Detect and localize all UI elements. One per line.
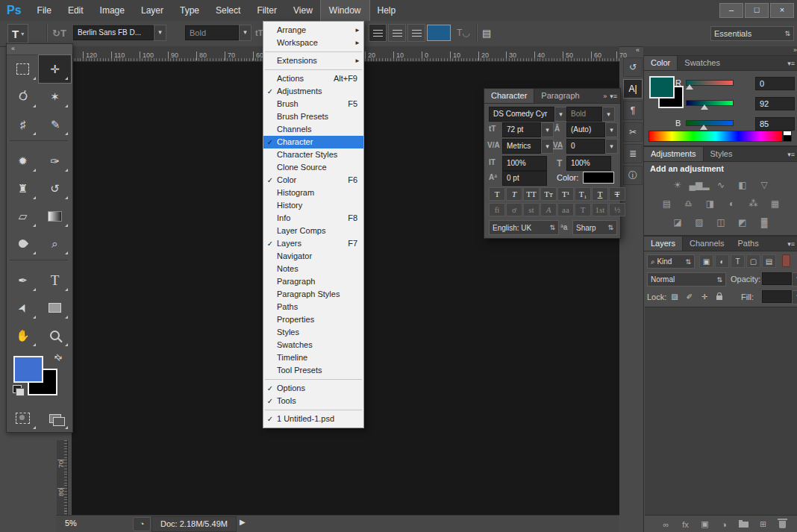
crop-tool[interactable]: ♯ (7, 110, 39, 138)
window-menu-item[interactable]: Channels (263, 123, 363, 136)
opacity-value[interactable] (762, 272, 792, 285)
maximize-button[interactable]: □ (745, 3, 769, 18)
cp-tracking-value[interactable]: 0 (566, 139, 605, 154)
menu-bar-item[interactable]: Layer (133, 0, 172, 21)
opacity-combo[interactable]: ▾ (762, 272, 797, 287)
hand-tool[interactable]: ✋ (7, 322, 39, 349)
tool-presets-panel-icon[interactable]: ✂ (623, 122, 643, 142)
move-tool[interactable]: ✛ (39, 55, 71, 83)
lock-image-pixels-icon[interactable]: ✐ (684, 290, 695, 302)
channel-value-field[interactable]: 92 (755, 97, 795, 110)
ordinals-button[interactable]: 1st (592, 203, 608, 216)
window-menu-item[interactable]: Brush Presets (263, 110, 363, 123)
window-menu-item[interactable]: Swatches (263, 339, 363, 351)
window-menu-item[interactable]: ✓ Character (263, 136, 363, 148)
exposure-icon[interactable]: ◧ (734, 178, 751, 191)
menu-bar-item[interactable]: Image (92, 0, 133, 21)
photo-filter-icon[interactable]: ◐ (724, 197, 740, 210)
close-button[interactable]: × (770, 3, 794, 18)
slider-thumb[interactable] (700, 125, 707, 130)
cp-size-combo[interactable]: 72 pt ▾ (502, 122, 554, 137)
color-spectrum-bar[interactable] (648, 131, 783, 142)
blend-mode-combo[interactable]: Normal ⇅ (647, 272, 726, 287)
cp-font-family-value[interactable]: DS Comedy Cyr (489, 107, 554, 122)
panel-menu-icon[interactable]: ▾≡ (787, 60, 795, 67)
cp-language-combo[interactable]: English: UK ⇅ (489, 220, 559, 235)
filter-smart-objects-icon[interactable]: ▤ (762, 254, 776, 268)
channel-value-field[interactable]: 85 (755, 117, 795, 131)
window-menu-item[interactable]: ✓ 1 Untitled-1.psd (263, 413, 363, 425)
magic-wand-tool[interactable]: ✶ (39, 83, 71, 110)
spot-healing-brush-tool[interactable]: ✹ (7, 147, 39, 175)
window-menu-item[interactable]: Paragraph Styles (263, 288, 363, 301)
black-swatch[interactable] (783, 135, 792, 142)
cp-size-value[interactable]: 72 pt (502, 122, 541, 137)
vibrance-icon[interactable]: ▽ (756, 178, 772, 191)
tab-adjustments[interactable]: Adjustments (644, 147, 704, 161)
superscript-button[interactable]: T¹ (557, 187, 574, 201)
window-menu-item[interactable]: Arrange ► (263, 24, 363, 37)
history-brush-tool[interactable]: ↺ (39, 175, 71, 202)
tab-channels[interactable]: Channels (683, 237, 731, 251)
layer-filter-toggle[interactable] (782, 254, 790, 267)
tab-paths[interactable]: Paths (731, 237, 766, 251)
discretionary-ligatures-button[interactable]: st (523, 203, 540, 216)
underline-button[interactable]: T (592, 187, 608, 201)
window-menu-item[interactable]: Notes (263, 263, 363, 275)
paragraph-panel-icon[interactable]: ¶ (623, 101, 643, 120)
info-panel-icon[interactable]: ⓘ (623, 166, 643, 185)
window-menu-item[interactable]: Clone Source (263, 161, 363, 174)
ligatures-button[interactable]: fi (489, 203, 505, 216)
faux-bold-button[interactable]: T (489, 187, 505, 201)
collapse-palette-icon[interactable]: « (7, 44, 72, 55)
expand-dock-icon[interactable]: « (622, 46, 642, 55)
window-menu-item[interactable]: Tool Presets (263, 364, 363, 377)
menu-bar-item[interactable]: File (29, 0, 60, 21)
filter-adjustment-layers-icon[interactable]: ◐ (715, 254, 729, 268)
chevron-down-icon[interactable]: ▾ (605, 139, 618, 154)
window-menu-item[interactable]: Layer Comps (263, 225, 363, 237)
rectangular-marquee-tool[interactable] (7, 55, 39, 83)
align-left-button[interactable] (369, 24, 387, 42)
layers-list[interactable] (645, 307, 797, 516)
menu-bar-item[interactable]: Edit (60, 0, 92, 21)
cp-kerning-combo[interactable]: Metrics ▾ (502, 139, 554, 154)
menu-bar-item[interactable]: Type (172, 0, 207, 21)
lock-position-icon[interactable]: ✛ (699, 290, 710, 302)
document-size-field[interactable]: Doc: 2.18M/5.49M (151, 516, 237, 532)
eraser-tool[interactable]: ▱ (7, 202, 39, 230)
slider-thumb[interactable] (701, 104, 708, 110)
cp-text-color-swatch[interactable] (583, 172, 614, 184)
collapse-panel-icon[interactable]: » (603, 93, 607, 100)
rectangle-tool[interactable] (39, 294, 71, 322)
black-white-icon[interactable]: ◨ (702, 197, 719, 210)
filter-type-layers-icon[interactable]: T (731, 254, 745, 268)
tab-layers[interactable]: Layers (644, 237, 683, 251)
status-clock-icon[interactable]: ◔ (133, 517, 151, 531)
toggle-panels-button[interactable]: ▤ (482, 24, 491, 42)
window-menu-item[interactable]: ✓ Options (263, 382, 363, 395)
eyedropper-tool[interactable]: ✐ (39, 110, 71, 138)
chevron-down-icon[interactable]: ▾ (541, 139, 554, 154)
panel-menu-icon[interactable]: ▾≡ (610, 93, 617, 100)
cp-leading-combo[interactable]: (Auto) ▾ (566, 122, 618, 137)
text-orientation-button[interactable]: ↻T (52, 24, 66, 42)
character-panel-icon[interactable]: A| (623, 79, 643, 98)
status-options-arrow-icon[interactable]: ▶ (240, 518, 246, 526)
quick-mask-button[interactable] (7, 404, 39, 432)
brightness-contrast-icon[interactable]: ☀ (669, 178, 686, 191)
levels-icon[interactable]: ▄▆▂ (691, 178, 707, 191)
window-menu-item[interactable]: ✓ Layers F7 (263, 237, 363, 250)
hue-saturation-icon[interactable]: ▤ (659, 197, 675, 210)
menu-bar-item[interactable]: View (285, 0, 321, 21)
cp-style-combo[interactable]: Bold ▾ (566, 107, 615, 122)
default-colors-icon[interactable] (13, 385, 22, 393)
menu-bar-item[interactable]: Help (369, 0, 404, 21)
fractions-button[interactable]: ½ (609, 203, 625, 216)
zoom-level-field[interactable]: 5% (65, 519, 77, 528)
chevron-down-icon[interactable]: ▾ (541, 122, 554, 137)
titling-alternates-button[interactable]: T (575, 203, 591, 216)
lock-transparent-pixels-icon[interactable]: ▨ (669, 290, 680, 302)
tab-swatches[interactable]: Swatches (678, 56, 727, 70)
menu-bar-item[interactable]: Filter (249, 0, 285, 21)
